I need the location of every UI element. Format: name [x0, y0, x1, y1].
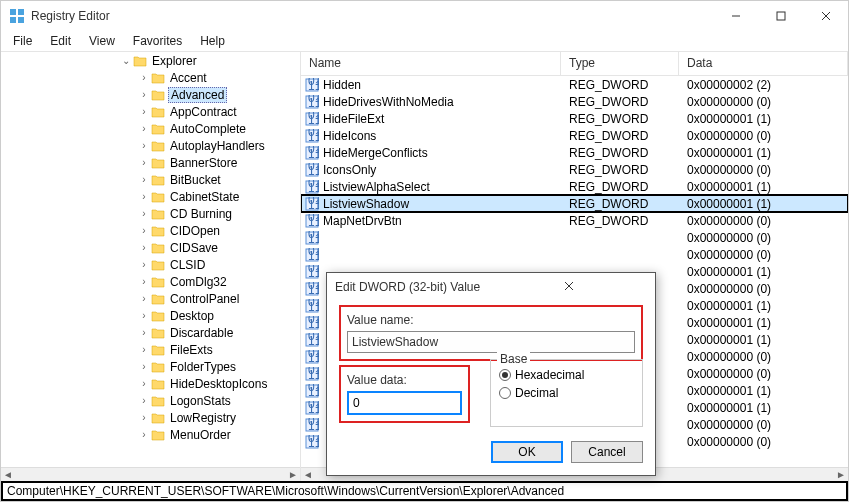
list-row[interactable]: 011110HideDrivesWithNoMediaREG_DWORD0x00…: [301, 93, 848, 110]
tree-item[interactable]: ›FileExts: [9, 341, 300, 358]
expand-icon[interactable]: ›: [137, 276, 151, 287]
expand-icon[interactable]: ›: [137, 208, 151, 219]
close-button[interactable]: [803, 1, 848, 31]
dialog-titlebar[interactable]: Edit DWORD (32-bit) Value: [327, 273, 655, 301]
tree-item[interactable]: ›Accent: [9, 69, 300, 86]
folder-icon: [133, 55, 147, 67]
tree-item[interactable]: ›ComDlg32: [9, 273, 300, 290]
statusbar: Computer\HKEY_CURRENT_USER\SOFTWARE\Micr…: [1, 481, 848, 501]
expand-icon[interactable]: ›: [137, 412, 151, 423]
folder-icon: [151, 157, 165, 169]
value-data: 0x00000001 (1): [679, 197, 848, 211]
tree-item[interactable]: ›AutoplayHandlers: [9, 137, 300, 154]
tree-item[interactable]: ›CLSID: [9, 256, 300, 273]
expand-icon[interactable]: ›: [137, 242, 151, 253]
tree-item[interactable]: ›HideDesktopIcons: [9, 375, 300, 392]
tree-item[interactable]: ›LowRegistry: [9, 409, 300, 426]
tree-item[interactable]: ›FolderTypes: [9, 358, 300, 375]
menubar: File Edit View Favorites Help: [1, 31, 848, 51]
expand-icon[interactable]: ›: [137, 293, 151, 304]
list-row[interactable]: 011110ListviewShadowREG_DWORD0x00000001 …: [301, 195, 848, 212]
radio-decimal[interactable]: Decimal: [499, 386, 634, 400]
tree-item[interactable]: ›CIDOpen: [9, 222, 300, 239]
list-row[interactable]: 0111100x00000000 (0): [301, 246, 848, 263]
list-row[interactable]: 011110HideMergeConflictsREG_DWORD0x00000…: [301, 144, 848, 161]
menu-view[interactable]: View: [81, 32, 123, 50]
expand-icon[interactable]: ›: [137, 174, 151, 185]
expand-icon[interactable]: ›: [137, 429, 151, 440]
value-name: HideDrivesWithNoMedia: [323, 95, 454, 109]
value-data: 0x00000000 (0): [679, 350, 848, 364]
dialog-close-button[interactable]: [491, 280, 647, 295]
col-header-data[interactable]: Data: [679, 52, 848, 75]
expand-icon[interactable]: ›: [137, 344, 151, 355]
expand-icon[interactable]: ›: [137, 395, 151, 406]
tree-item[interactable]: ›Discardable: [9, 324, 300, 341]
registry-value-icon: 011110: [305, 350, 319, 364]
folder-icon: [151, 140, 165, 152]
expand-icon[interactable]: ›: [137, 140, 151, 151]
tree-item[interactable]: ›AppContract: [9, 103, 300, 120]
value-name: HideIcons: [323, 129, 376, 143]
value-name-input[interactable]: [347, 331, 635, 353]
value-name: Hidden: [323, 78, 361, 92]
expand-icon[interactable]: ›: [137, 72, 151, 83]
tree-item[interactable]: ›CIDSave: [9, 239, 300, 256]
value-data: 0x00000001 (1): [679, 316, 848, 330]
radio-hexadecimal[interactable]: Hexadecimal: [499, 368, 634, 382]
cancel-button[interactable]: Cancel: [571, 441, 643, 463]
tree-pane[interactable]: ⌄Explorer›Accent›Advanced›AppContract›Au…: [1, 52, 301, 481]
expand-icon[interactable]: ›: [137, 191, 151, 202]
tree-item[interactable]: ›CD Burning: [9, 205, 300, 222]
tree-item[interactable]: ⌄Explorer: [9, 52, 300, 69]
tree-item[interactable]: ›BannerStore: [9, 154, 300, 171]
ok-button[interactable]: OK: [491, 441, 563, 463]
expand-icon[interactable]: ›: [137, 310, 151, 321]
tree-item[interactable]: ›BitBucket: [9, 171, 300, 188]
menu-favorites[interactable]: Favorites: [125, 32, 190, 50]
tree-item[interactable]: ›Advanced: [9, 86, 300, 103]
list-row[interactable]: 011110ListviewAlphaSelectREG_DWORD0x0000…: [301, 178, 848, 195]
value-data: 0x00000002 (2): [679, 78, 848, 92]
list-row[interactable]: 011110IconsOnlyREG_DWORD0x00000000 (0): [301, 161, 848, 178]
list-row[interactable]: 0111100x00000000 (0): [301, 229, 848, 246]
maximize-button[interactable]: [758, 1, 803, 31]
expand-icon[interactable]: ›: [137, 361, 151, 372]
tree-label: Discardable: [168, 326, 235, 340]
list-row[interactable]: 011110HiddenREG_DWORD0x00000002 (2): [301, 76, 848, 93]
expand-icon[interactable]: ›: [137, 123, 151, 134]
tree-hscrollbar[interactable]: ◄►: [1, 467, 300, 481]
menu-edit[interactable]: Edit: [42, 32, 79, 50]
expand-icon[interactable]: ›: [137, 106, 151, 117]
tree-item[interactable]: ›ControlPanel: [9, 290, 300, 307]
list-row[interactable]: 011110HideFileExtREG_DWORD0x00000001 (1): [301, 110, 848, 127]
tree-item[interactable]: ›LogonStats: [9, 392, 300, 409]
tree-item[interactable]: ›CabinetState: [9, 188, 300, 205]
menu-file[interactable]: File: [5, 32, 40, 50]
expand-icon[interactable]: ›: [137, 225, 151, 236]
list-row[interactable]: 011110MapNetDrvBtnREG_DWORD0x00000000 (0…: [301, 212, 848, 229]
expand-icon[interactable]: ›: [137, 157, 151, 168]
tree-item[interactable]: ›AutoComplete: [9, 120, 300, 137]
value-data-input[interactable]: [347, 391, 462, 415]
expand-icon[interactable]: ›: [137, 378, 151, 389]
tree-item[interactable]: ›MenuOrder: [9, 426, 300, 443]
app-icon: [9, 8, 25, 24]
col-header-name[interactable]: Name: [301, 52, 561, 75]
value-data: 0x00000000 (0): [679, 248, 848, 262]
menu-help[interactable]: Help: [192, 32, 233, 50]
tree-item[interactable]: ›Desktop: [9, 307, 300, 324]
expand-icon[interactable]: ›: [137, 89, 151, 100]
folder-icon: [151, 361, 165, 373]
base-label: Base: [497, 352, 530, 366]
svg-text:110: 110: [308, 300, 319, 313]
value-data: 0x00000000 (0): [679, 282, 848, 296]
value-type: REG_DWORD: [561, 78, 679, 92]
col-header-type[interactable]: Type: [561, 52, 679, 75]
list-row[interactable]: 011110HideIconsREG_DWORD0x00000000 (0): [301, 127, 848, 144]
expand-icon[interactable]: ›: [137, 327, 151, 338]
collapse-icon[interactable]: ⌄: [119, 55, 133, 66]
expand-icon[interactable]: ›: [137, 259, 151, 270]
minimize-button[interactable]: [713, 1, 758, 31]
svg-text:110: 110: [308, 419, 319, 432]
